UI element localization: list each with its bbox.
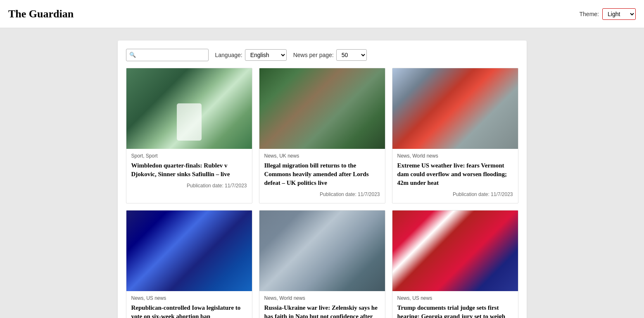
news-card[interactable]: News, World news Russia-Ukraine war live… [259, 210, 385, 318]
card-category: News, US news [397, 295, 513, 301]
card-image [259, 68, 385, 149]
search-wrapper: 🔍 [126, 49, 209, 61]
card-image-wrap [259, 210, 385, 291]
card-date: Publication date: 11/7/2023 [397, 191, 513, 197]
news-grid: Sport, Sport Wimbledon quarter-finals: R… [126, 68, 518, 318]
card-title: Illegal migration bill returns to the Co… [264, 161, 380, 187]
card-image [392, 210, 518, 291]
search-input[interactable] [126, 49, 209, 61]
card-content: News, US news Republican-controlled Iowa… [126, 291, 252, 318]
news-card[interactable]: News, World news Extreme US weather live… [392, 68, 518, 203]
news-card[interactable]: News, US news Trump documents trial judg… [392, 210, 518, 318]
perpage-label: News per page: [293, 52, 334, 58]
card-image-wrap [392, 210, 518, 291]
card-date: Publication date: 11/7/2023 [264, 191, 380, 197]
card-content: News, World news Extreme US weather live… [392, 149, 518, 203]
card-title: Trump documents trial judge sets first h… [397, 304, 513, 318]
perpage-select[interactable]: 10 25 50 100 [336, 49, 367, 61]
card-content: News, World news Russia-Ukraine war live… [259, 291, 385, 318]
card-content: Sport, Sport Wimbledon quarter-finals: R… [126, 149, 252, 194]
card-content: News, US news Trump documents trial judg… [392, 291, 518, 318]
news-card[interactable]: News, US news Republican-controlled Iowa… [126, 210, 252, 318]
card-image [259, 210, 385, 291]
theme-label: Theme: [580, 11, 599, 17]
perpage-control: News per page: 10 25 50 100 [293, 49, 367, 61]
card-title: Wimbledon quarter-finals: Rublev v Djoko… [131, 161, 247, 179]
site-title: The Guardian [8, 8, 74, 20]
language-select[interactable]: English French German Spanish [245, 49, 287, 61]
card-title: Extreme US weather live: fears Vermont d… [397, 161, 513, 187]
card-image-wrap [259, 68, 385, 149]
card-category: News, World news [264, 295, 380, 301]
card-image [126, 68, 252, 149]
card-title: Russia-Ukraine war live: Zelenskiy says … [264, 304, 380, 318]
theme-select[interactable]: Light Dark [602, 8, 636, 20]
page-body: 🔍 Language: English French German Spanis… [0, 28, 644, 318]
main-container: 🔍 Language: English French German Spanis… [118, 41, 527, 318]
card-category: News, US news [131, 295, 247, 301]
card-image-wrap [126, 68, 252, 149]
card-image-wrap [392, 68, 518, 149]
news-card[interactable]: News, UK news Illegal migration bill ret… [259, 68, 385, 203]
theme-control: Theme: Light Dark [580, 8, 636, 20]
card-category: Sport, Sport [131, 153, 247, 159]
card-category: News, World news [397, 153, 513, 159]
news-card[interactable]: Sport, Sport Wimbledon quarter-finals: R… [126, 68, 252, 203]
header: The Guardian Theme: Light Dark [0, 0, 644, 28]
card-image-wrap [126, 210, 252, 291]
search-icon: 🔍 [129, 52, 136, 58]
card-image [392, 68, 518, 149]
card-content: News, UK news Illegal migration bill ret… [259, 149, 385, 203]
controls-bar: 🔍 Language: English French German Spanis… [126, 49, 518, 61]
card-date: Publication date: 11/7/2023 [131, 183, 247, 189]
card-category: News, UK news [264, 153, 380, 159]
language-label: Language: [215, 52, 242, 58]
language-control: Language: English French German Spanish [215, 49, 287, 61]
card-title: Republican-controlled Iowa legislature t… [131, 304, 247, 318]
card-image [126, 210, 252, 291]
